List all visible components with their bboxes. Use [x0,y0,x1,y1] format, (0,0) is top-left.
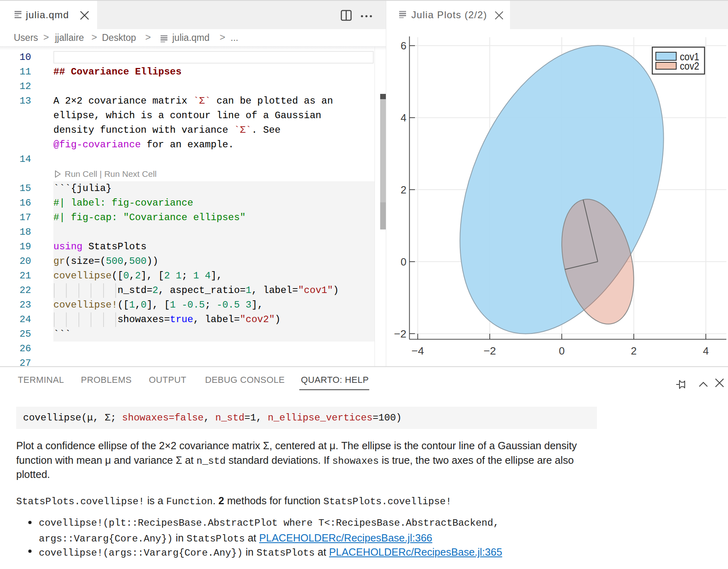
svg-text:cov2: cov2 [680,60,699,72]
svg-text:−4: −4 [411,345,424,357]
svg-text:2: 2 [631,345,637,357]
svg-text:4: 4 [401,112,406,124]
svg-text:4: 4 [703,345,709,357]
svg-text:0: 0 [401,256,406,268]
svg-text:6: 6 [401,40,406,52]
svg-text:0: 0 [559,345,565,357]
svg-text:−2: −2 [394,328,406,340]
svg-text:−2: −2 [483,345,496,357]
svg-text:2: 2 [401,184,406,196]
